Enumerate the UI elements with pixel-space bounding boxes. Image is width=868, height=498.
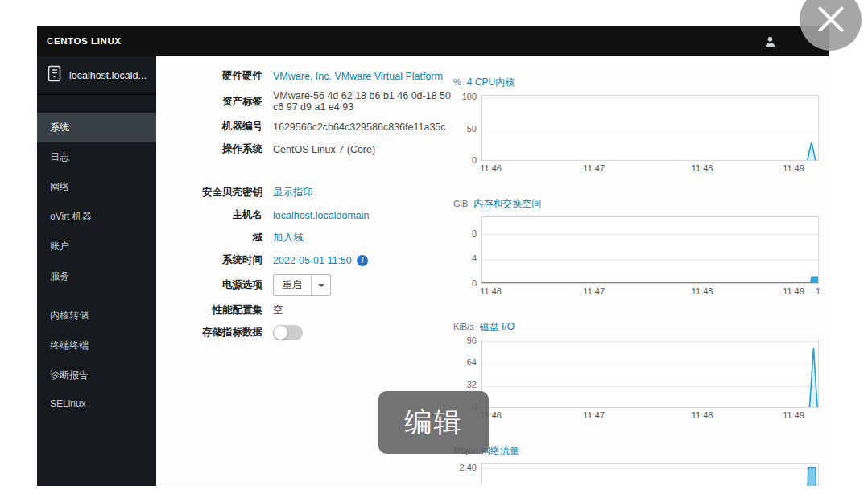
field-value-performance-profile: 空 bbox=[273, 303, 283, 317]
sidebar-item-diagnostic[interactable]: 诊断报告 bbox=[37, 360, 156, 390]
x-tick-label: 11:47 bbox=[583, 286, 605, 296]
x-tick-label: 11:46 bbox=[480, 286, 502, 296]
brand-title: CENTOS LINUX bbox=[47, 36, 122, 46]
x-tick-label: 11:48 bbox=[692, 286, 713, 296]
chevron-down-icon bbox=[318, 284, 324, 287]
sidebar-item-logs[interactable]: 日志 bbox=[37, 142, 156, 172]
field-label-metrics: 存储指标数据 bbox=[185, 326, 262, 340]
field-row-system-time: 系统时间2022-05-01 11:50i bbox=[185, 252, 459, 269]
chart-cpu-usage: %4 CPU内核10050011:4611:4711:4811:49 bbox=[453, 76, 824, 174]
x-tick-label: 11:49 bbox=[783, 163, 804, 173]
chart-plot-area: 840 bbox=[481, 216, 824, 284]
x-tick-label: 11:47 bbox=[583, 410, 605, 420]
y-tick-label: 1.60 bbox=[460, 486, 481, 487]
x-tick-label: 11:46 bbox=[480, 163, 502, 173]
domain-link[interactable]: 加入域 bbox=[273, 231, 304, 245]
field-value-metrics bbox=[273, 325, 303, 340]
user-icon[interactable] bbox=[764, 35, 776, 47]
server-icon bbox=[47, 65, 62, 85]
sidebar-item-terminal[interactable]: 终端终端 bbox=[37, 331, 156, 360]
field-label-asset-tag: 资产标签 bbox=[185, 95, 262, 109]
x-tick-label: 11:47 bbox=[583, 163, 605, 173]
field-row-os: 操作系统CentOS Linux 7 (Core) bbox=[185, 141, 459, 158]
x-tick-label: 1 bbox=[816, 286, 820, 296]
chart-unit-label: GiB bbox=[453, 199, 468, 208]
field-value-domain: 加入域 bbox=[273, 231, 304, 245]
field-label-power-options: 电源选项 bbox=[185, 278, 262, 292]
field-row-metrics: 存储指标数据 bbox=[185, 324, 459, 341]
host-selector[interactable]: localhost.locald... bbox=[37, 56, 156, 95]
charts-column: %4 CPU内核10050011:4611:4711:4811:49GiB内存和… bbox=[453, 76, 824, 486]
field-label-system-time: 系统时间 bbox=[185, 253, 262, 267]
field-label-performance-profile: 性能配置集 bbox=[185, 303, 262, 317]
field-value-hardware: VMware, Inc. VMware Virtual Platform bbox=[273, 71, 443, 82]
field-row-hardware: 硬件硬件VMware, Inc. VMware Virtual Platform bbox=[185, 68, 459, 84]
chart-title-link[interactable]: 磁盘 I/O bbox=[480, 320, 515, 334]
field-label-hardware: 硬件硬件 bbox=[185, 69, 262, 83]
field-label-machine-id: 机器编号 bbox=[185, 120, 262, 134]
system-time-link[interactable]: 2022-05-01 11:50 bbox=[273, 255, 352, 266]
x-axis-ticks: 11:4611:4711:4811:49 bbox=[481, 408, 824, 421]
field-value-hostname: localhost.localdomain bbox=[273, 210, 370, 221]
chart-plot-area: 100500 bbox=[481, 95, 824, 161]
chart-header: Mbps网络流量 bbox=[453, 444, 824, 459]
topbar-user-area[interactable] bbox=[764, 26, 776, 56]
fields-group-2: 安全贝壳密钥显示指印主机名localhost.localdomain域加入域系统… bbox=[185, 184, 459, 341]
x-tick-label: 11:49 bbox=[783, 286, 804, 296]
sidebar-item-system[interactable]: 系统 bbox=[37, 113, 156, 142]
y-tick-label: 4 bbox=[472, 253, 481, 263]
field-label-os: 操作系统 bbox=[185, 142, 262, 156]
field-label-ssh-keys: 安全贝壳密钥 bbox=[185, 186, 262, 200]
sidebar-item-accounts[interactable]: 账户 bbox=[37, 232, 156, 261]
chart-plot-area: 9664320 bbox=[481, 340, 824, 408]
field-row-ssh-keys: 安全贝壳密钥显示指印 bbox=[185, 184, 459, 201]
x-tick-label: 11:49 bbox=[783, 410, 804, 420]
page: CENTOS LINUX bbox=[0, 0, 868, 498]
power-options-action-button[interactable]: 重启 bbox=[274, 275, 311, 295]
chart-plot-area: 2.401.60 bbox=[481, 463, 824, 486]
chart-header: %4 CPU内核 bbox=[453, 76, 824, 90]
sidebar-item-services[interactable]: 服务 bbox=[37, 261, 156, 291]
top-bar: CENTOS LINUX bbox=[37, 26, 829, 56]
sidebar-item-network[interactable]: 网络 bbox=[37, 172, 156, 202]
field-value-ssh-keys: 显示指印 bbox=[273, 186, 313, 200]
field-row-asset-tag: 资产标签VMware-56 4d 62 18 b6 b1 46 0d-18 50… bbox=[185, 90, 459, 113]
metrics-toggle[interactable] bbox=[273, 325, 303, 340]
toggle-knob bbox=[274, 326, 287, 340]
hardware-link[interactable]: VMware, Inc. VMware Virtual Platform bbox=[273, 71, 443, 82]
host-label: localhost.locald... bbox=[69, 70, 147, 81]
power-options-caret-button[interactable] bbox=[311, 275, 330, 295]
chart-disk-io: KiB/s磁盘 I/O966432011:4611:4711:4811:49 bbox=[453, 320, 824, 421]
x-tick-label: 11:48 bbox=[692, 410, 713, 420]
y-tick-label: 96 bbox=[467, 335, 481, 345]
field-row-hostname: 主机名localhost.localdomain bbox=[185, 207, 459, 224]
field-label-domain: 域 bbox=[185, 231, 262, 245]
field-row-power-options: 电源选项重启 bbox=[185, 274, 459, 296]
info-icon[interactable]: i bbox=[357, 255, 368, 266]
chart-memory-used: GiB内存和交换空间84011:4611:4711:4811:491 bbox=[453, 197, 824, 297]
sidebar-item-kdump[interactable]: 内核转储 bbox=[37, 301, 156, 331]
field-value-system-time: 2022-05-01 11:50i bbox=[273, 255, 368, 266]
chart-title-link[interactable]: 内存和交换空间 bbox=[473, 197, 541, 211]
ssh-keys-link[interactable]: 显示指印 bbox=[273, 186, 313, 200]
system-fields: 硬件硬件VMware, Inc. VMware Virtual Platform… bbox=[185, 68, 459, 347]
chart-unit-label: KiB/s bbox=[453, 322, 474, 331]
hostname-link[interactable]: localhost.localdomain bbox=[273, 210, 370, 221]
y-tick-label: 50 bbox=[467, 124, 481, 134]
y-tick-label: 2.40 bbox=[460, 463, 481, 472]
sidebar-item-ovirt[interactable]: oVirt 机器 bbox=[37, 202, 156, 232]
x-axis-ticks: 11:4611:4711:4811:49 bbox=[481, 161, 824, 174]
field-label-hostname: 主机名 bbox=[185, 208, 262, 222]
chart-title-link[interactable]: 4 CPU内核 bbox=[467, 76, 515, 89]
y-tick-label: 32 bbox=[467, 380, 481, 389]
field-value-power-options: 重启 bbox=[273, 274, 331, 296]
edit-button[interactable]: 编辑 bbox=[378, 391, 489, 454]
main-content: 硬件硬件VMware, Inc. VMware Virtual Platform… bbox=[156, 56, 829, 486]
field-row-domain: 域加入域 bbox=[185, 229, 459, 246]
sidebar-nav: 系统日志网络oVirt 机器账户服务内核转储终端终端诊断报告SELinux bbox=[37, 113, 156, 418]
field-value-asset-tag: VMware-56 4d 62 18 b6 b1 46 0d-18 50 c6 … bbox=[273, 90, 459, 113]
field-row-performance-profile: 性能配置集空 bbox=[185, 302, 459, 319]
sidebar-item-selinux[interactable]: SELinux bbox=[37, 390, 156, 418]
field-value-os: CentOS Linux 7 (Core) bbox=[273, 144, 375, 155]
sidebar: localhost.locald... 系统日志网络oVirt 机器账户服务内核… bbox=[37, 56, 156, 486]
